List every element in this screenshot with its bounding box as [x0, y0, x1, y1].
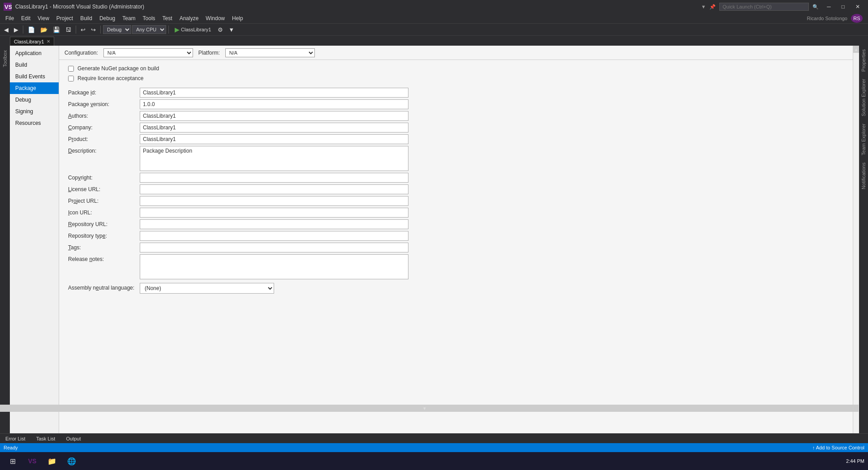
repository-url-row: Repository URL: — [68, 219, 844, 229]
error-list-tab[interactable]: Error List — [4, 435, 27, 442]
description-label: Description: — [68, 146, 140, 154]
notifications-tab[interactable]: Notifications — [860, 159, 867, 193]
company-label: Company: — [68, 123, 140, 131]
menu-file[interactable]: File — [2, 14, 17, 22]
company-input[interactable] — [140, 123, 408, 132]
repository-url-input[interactable] — [140, 219, 408, 229]
platform-label: Platform: — [198, 50, 220, 56]
toolbox-label[interactable]: Toolbox — [1, 47, 9, 70]
sidebar-item-resources[interactable]: Resources — [10, 117, 59, 129]
package-version-input[interactable] — [140, 99, 408, 109]
taskbar-start[interactable]: ⊞ — [4, 453, 21, 469]
package-id-label: Package id: — [68, 88, 140, 96]
package-id-input[interactable] — [140, 88, 408, 98]
search-icon: 🔍 — [811, 4, 821, 10]
menu-project[interactable]: Project — [53, 14, 77, 22]
team-explorer-tab[interactable]: Team Explorer — [860, 120, 867, 159]
repository-type-label: Repository type: — [68, 231, 140, 239]
right-strip: Properties Solution Explorer Team Explor… — [859, 46, 868, 433]
back-button[interactable]: ◀ — [2, 25, 11, 34]
require-license-label[interactable]: Require license acceptance — [77, 75, 143, 81]
more-button[interactable]: ▼ — [226, 25, 236, 34]
solution-explorer-tab[interactable]: Solution Explorer — [860, 75, 867, 120]
quick-launch-input[interactable] — [719, 3, 809, 11]
sidebar-item-build-events[interactable]: Build Events — [10, 71, 59, 82]
bottom-tabs: Error List Task List Output — [0, 433, 868, 443]
project-url-input[interactable] — [140, 196, 408, 206]
description-textarea[interactable]: Package Description — [140, 146, 408, 171]
undo-button[interactable]: ↩ — [78, 25, 88, 34]
taskbar-vs[interactable]: VS — [23, 453, 41, 469]
minimize-button[interactable]: ─ — [822, 2, 835, 12]
authors-input[interactable] — [140, 111, 408, 121]
output-tab[interactable]: Output — [64, 435, 82, 442]
product-input[interactable] — [140, 134, 408, 144]
menu-test[interactable]: Test — [159, 14, 176, 22]
require-license-checkbox[interactable] — [68, 76, 74, 81]
generate-nuget-label[interactable]: Generate NuGet package on build — [77, 65, 159, 72]
repository-type-row: Repository type: — [68, 231, 844, 241]
sidebar-item-build[interactable]: Build — [10, 59, 59, 71]
add-project-button[interactable]: ⚙ — [215, 25, 225, 34]
properties-tab[interactable]: Properties — [860, 46, 867, 75]
assembly-language-select[interactable]: (None) — [140, 283, 274, 294]
repository-type-input[interactable] — [140, 231, 408, 241]
properties-panel: Configuration: N/A Platform: N/A Generat… — [59, 46, 853, 433]
avatar: RS — [851, 14, 863, 23]
run-button[interactable]: ▶ ClassLibrary1 — [171, 25, 215, 34]
main-layout: Toolbox Application Build Build Events P… — [0, 46, 868, 433]
vs-taskbar-icon: VS — [27, 456, 38, 466]
new-project-button[interactable]: 📄 — [26, 25, 37, 34]
sidebar-item-application[interactable]: Application — [10, 47, 59, 59]
repository-url-label: Repository URL: — [68, 219, 140, 227]
doc-tab-close[interactable]: ✕ — [47, 39, 50, 44]
task-list-tab[interactable]: Task List — [34, 435, 57, 442]
scroll-up-button[interactable]: ▲ — [853, 46, 859, 53]
run-label: ClassLibrary1 — [181, 27, 211, 32]
menu-view[interactable]: View — [34, 14, 53, 22]
tags-input[interactable] — [140, 243, 408, 252]
menu-edit[interactable]: Edit — [17, 14, 34, 22]
redo-button[interactable]: ↪ — [89, 25, 98, 34]
maximize-button[interactable]: □ — [837, 2, 849, 12]
require-license-row: Require license acceptance — [68, 75, 844, 81]
release-notes-textarea[interactable] — [140, 254, 408, 279]
taskbar-explorer[interactable]: 📁 — [43, 453, 61, 469]
license-url-input[interactable] — [140, 184, 408, 194]
platform-select[interactable]: N/A — [225, 48, 315, 57]
menu-debug[interactable]: Debug — [96, 14, 119, 22]
user-name: Ricardo Sotolongo — [803, 16, 851, 21]
configuration-select[interactable]: N/A — [103, 48, 193, 57]
sidebar-item-package[interactable]: Package — [10, 82, 59, 94]
copyright-input[interactable] — [140, 173, 408, 183]
generate-nuget-checkbox[interactable] — [68, 66, 74, 72]
menu-team[interactable]: Team — [119, 14, 139, 22]
forward-button[interactable]: ▶ — [12, 25, 21, 34]
icon-url-input[interactable] — [140, 208, 408, 218]
package-id-row: Package id: — [68, 88, 844, 98]
separator-2 — [76, 26, 76, 34]
menu-tools[interactable]: Tools — [139, 14, 159, 22]
menu-window[interactable]: Window — [202, 14, 228, 22]
configuration-label: Configuration: — [64, 50, 98, 56]
scroll-down-button[interactable]: ▼ — [0, 405, 859, 412]
add-to-source-control[interactable]: ↑ Add to Source Control — [812, 445, 864, 450]
open-button[interactable]: 📂 — [38, 25, 50, 34]
doc-tab-classlibrary1[interactable]: ClassLibrary1 ✕ — [10, 37, 54, 46]
sidebar-item-signing[interactable]: Signing — [10, 106, 59, 117]
config-bar: Configuration: N/A Platform: N/A — [59, 46, 853, 60]
save-button[interactable]: 💾 — [51, 25, 62, 34]
platform-dropdown[interactable]: Any CPU — [132, 25, 166, 34]
toolbar: ◀ ▶ 📄 📂 💾 🖫 ↩ ↪ Debug Any CPU ▶ ClassLib… — [0, 23, 868, 36]
taskbar-chrome[interactable]: 🌐 — [63, 453, 81, 469]
close-button[interactable]: ✕ — [851, 2, 864, 12]
menu-help[interactable]: Help — [228, 14, 247, 22]
save-all-button[interactable]: 🖫 — [63, 25, 73, 34]
config-dropdown[interactable]: Debug — [103, 25, 131, 34]
sidebar-nav: Application Build Build Events Package D… — [10, 46, 59, 433]
status-bar: Ready ↑ Add to Source Control — [0, 443, 868, 452]
sidebar-item-debug[interactable]: Debug — [10, 94, 59, 106]
menu-build[interactable]: Build — [77, 14, 96, 22]
props-content: Generate NuGet package on build Require … — [59, 60, 853, 433]
menu-analyze[interactable]: Analyze — [176, 14, 202, 22]
